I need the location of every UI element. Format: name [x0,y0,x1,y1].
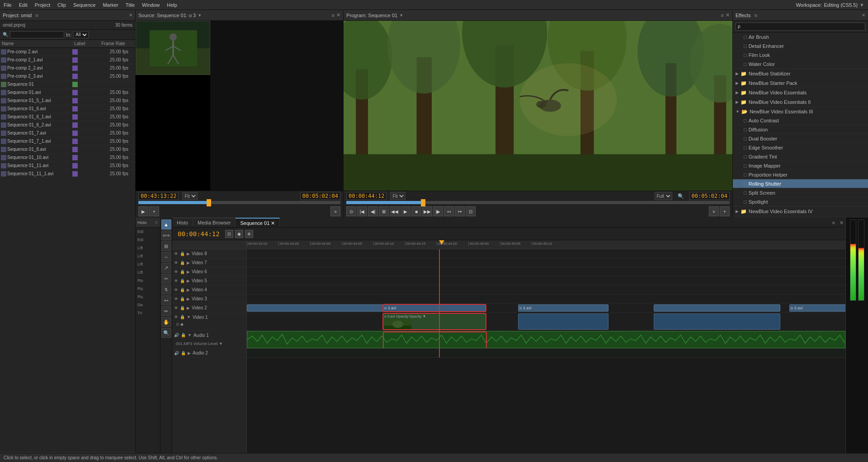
col-header-name[interactable]: Name [0,41,72,46]
history-item[interactable]: Edi [136,228,160,236]
tool-razor[interactable]: ✂ [161,274,171,284]
tab-timeline-media[interactable]: Media Browser [193,218,236,227]
file-item[interactable]: Sequence 01_6.avi25.00 fps [0,105,135,113]
source-panel-close[interactable]: ✕ [336,12,340,18]
btn-tl-2[interactable]: ◉ [235,230,243,238]
btn-prog-more[interactable]: » [709,206,719,216]
expand-icon-v6[interactable]: ▶ [187,270,190,274]
eye-icon-v3[interactable]: 👁 [174,297,178,301]
program-full-select[interactable]: Full [655,192,672,200]
clip-v2-3[interactable] [654,304,780,312]
workspace-value[interactable]: Editing (CS5.5) [824,2,858,8]
workspace-dropdown-icon[interactable]: ▼ [859,2,864,8]
btn-prog-8[interactable]: ↦ [455,206,465,216]
lock-icon-v6[interactable]: 🔒 [180,270,185,274]
in-select[interactable]: All [73,31,89,38]
history-item[interactable]: Lift [136,244,160,252]
expand-icon-v2[interactable]: ▶ [187,306,190,310]
btn-source-play[interactable]: ▶ [138,206,148,216]
menu-marker[interactable]: Marker [103,2,118,8]
project-search-input[interactable] [10,31,64,38]
program-fit-select[interactable]: Fit [390,192,406,200]
file-item[interactable]: Pre-comp 2_1.avi25.00 fps [0,56,135,64]
program-dropdown-icon[interactable]: ▼ [399,13,403,18]
file-item[interactable]: Sequence 01.avi25.00 fps [0,89,135,97]
effect-group-essentials-header[interactable]: ▶ 📁 NewBlue Video Essentials [733,88,868,97]
history-item[interactable]: Ra. [136,293,160,301]
history-item[interactable]: Tri [136,309,160,317]
btn-tl-3[interactable]: ⊗ [245,230,253,238]
btn-prog-5[interactable]: ◀◀ [390,206,400,216]
expand-icon-v8[interactable]: ▶ [187,252,190,256]
lock-icon-v3[interactable]: 🔒 [180,297,185,301]
menu-clip[interactable]: Clip [57,2,66,8]
menu-sequence[interactable]: Sequence [73,2,96,8]
menu-edit[interactable]: Edit [19,2,28,8]
effect-group-stabilizer-header[interactable]: ▶ 📁 NewBlue Stabilizer [733,69,868,78]
effect-edge-smoother[interactable]: □Edge Smoother [733,143,868,152]
file-item[interactable]: Sequence 01_8.avi25.00 fps [0,145,135,154]
expand-icon-v1[interactable]: ▼ [187,315,191,319]
program-timecode[interactable]: 00:00:44:12 [346,192,387,200]
effect-group-starter-header[interactable]: ▶ 📁 NewBlue Starter Pack [733,79,868,88]
btn-source-more[interactable]: » [330,206,340,216]
lock-icon-a1[interactable]: 🔒 [181,333,186,337]
lock-icon-v2[interactable]: 🔒 [180,306,185,310]
source-panel-menu[interactable]: ≡ [332,13,335,18]
tool-slip[interactable]: ↯ [161,285,171,294]
effect-group-essentials3-header[interactable]: ▼ 📂 NewBlue Video Essentials III [733,107,868,116]
source-fit-select[interactable]: Fit [182,192,198,200]
tool-roll[interactable]: ↔ [161,252,171,262]
source-playhead[interactable] [207,199,211,206]
keyframe-icon[interactable]: ◆ [180,322,184,327]
eye-icon-v1[interactable]: 👁 [174,315,178,319]
effect-group-essentials4-header[interactable]: ▶ 📁 NewBlue Video Essentials IV [733,207,868,216]
file-item[interactable]: Sequence 01 [0,80,135,89]
lock-icon-v4[interactable]: 🔒 [180,288,185,292]
file-item[interactable]: Sequence 01_11.avi25.00 fps [0,162,135,170]
clip-v2-4[interactable]: o 3.avi [789,304,845,312]
menu-project[interactable]: Project [35,2,50,8]
effects-search-input[interactable] [736,23,865,31]
file-item[interactable]: Sequence 01_6_2.avi25.00 fps [0,121,135,129]
eye-icon-v6[interactable]: 👁 [174,270,178,274]
effects-panel-menu[interactable]: ≡ [754,13,757,18]
program-playhead[interactable] [421,199,425,206]
source-dropdown-icon[interactable]: ▼ [198,13,202,18]
history-item[interactable]: Lift [136,252,160,260]
mute-icon-a2[interactable]: 🔊 [174,351,179,355]
effect-image-mapper[interactable]: □Image Mapper [733,161,868,170]
file-item[interactable]: Pre-comp 2_3.avi25.00 fps [0,72,135,80]
mute-icon-a1[interactable]: 🔊 [174,333,179,337]
program-panel-close[interactable]: ✕ [726,12,730,18]
history-item[interactable]: Ra. [136,276,160,285]
col-header-fps[interactable]: Frame Rate [99,41,131,46]
btn-prog-3[interactable]: ◀| [368,206,378,216]
source-timecode-left[interactable]: 00:43:13:22 [138,192,179,200]
effect-diffusion[interactable]: □Diffusion [733,125,868,134]
btn-prog-4[interactable]: ⊠ [379,206,389,216]
lock-icon-v1[interactable]: 🔒 [180,315,185,319]
eye-icon-v7[interactable]: 👁 [174,261,178,265]
file-item[interactable]: Sequence 01_7_1.avi25.00 fps [0,137,135,145]
history-item[interactable]: De. [136,301,160,309]
file-item[interactable]: Pre-comp 2_2.avi25.00 fps [0,64,135,72]
effect-split-screen[interactable]: □Split Screen [733,188,868,197]
effect-item-film-look[interactable]: □ Film Look [733,51,868,60]
file-item[interactable]: Sequence 01_11_1.avi25.00 fps [0,170,135,178]
program-timeline-bar[interactable] [346,201,730,204]
expand-icon-a1[interactable]: ▼ [188,333,192,337]
expand-icon-v5[interactable]: ▶ [187,279,190,283]
tool-ripple[interactable]: ⟺ [161,230,171,240]
expand-icon-a2[interactable]: ▶ [188,351,191,355]
tab-timeline-histo[interactable]: Histo [172,218,193,227]
timeline-panel-menu[interactable]: ≡ [830,218,838,227]
effects-panel-close[interactable]: ✕ [862,13,865,18]
btn-tl-1[interactable]: ⊡ [225,230,233,238]
btn-prog-play[interactable]: ▶ [401,206,410,216]
btn-prog-6[interactable]: |▶ [433,206,443,216]
tool-rate[interactable]: ⊞ [161,241,171,251]
source-timecode-right[interactable]: 00:05:02:04 [300,192,340,200]
tool-select[interactable]: ▲ [161,219,171,229]
tab-timeline-seq[interactable]: Sequence 01 ✕ [236,218,280,227]
